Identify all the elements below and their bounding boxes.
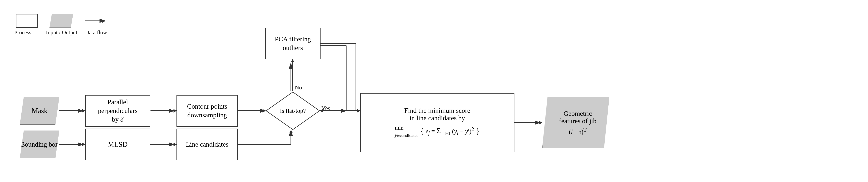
arrow-bb-to-mlsd: [59, 144, 85, 145]
legend-process-label: Process: [14, 29, 31, 36]
line-candidates-box: Line candidates: [177, 129, 238, 160]
legend-process-box: [16, 14, 38, 28]
arrow-find-to-geo: [515, 122, 542, 123]
arrow-mask-to-parallel: [59, 111, 85, 111]
arrow-no-up: [292, 59, 293, 91]
geometric-features-box: Geometricfeatures of jib (l τ)T: [542, 97, 610, 148]
arrow-parallel-to-contour: [151, 111, 177, 111]
pca-loop-down: [355, 43, 356, 111]
contour-points-box: Contour pointsdownsampling: [177, 95, 238, 127]
arrow-contour-to-diamond: [238, 111, 266, 111]
legend-io-box: [50, 14, 73, 28]
diagram-container: Process Input / Output Data flow PCA fil…: [0, 0, 868, 182]
mlsd-box: MLSD: [85, 129, 150, 160]
legend-dataflow-label: Data flow: [85, 29, 107, 36]
legend-arrow-line: [85, 21, 105, 21]
mask-box: Mask: [20, 97, 59, 125]
diamond-is-flat-top: Is flat-top?: [265, 91, 320, 130]
parallel-perp-box: Parallelperpendicularsby δ: [85, 95, 150, 127]
find-minimum-box: Find the minimum scorein line candidates…: [360, 93, 515, 152]
pca-loop-right: [320, 43, 356, 44]
pca-filtering-box: PCA filtering outliers: [265, 28, 320, 59]
legend-io-label: Input / Output: [46, 29, 78, 36]
arrow-linecand-right: [238, 144, 291, 145]
arrow-yes-to-find: [320, 111, 360, 111]
bounding-box-box: Bounding box: [20, 130, 59, 158]
no-label: No: [295, 84, 302, 91]
arrow-linecand-up: [291, 130, 291, 144]
arrow-mlsd-to-linecand: [151, 144, 177, 145]
